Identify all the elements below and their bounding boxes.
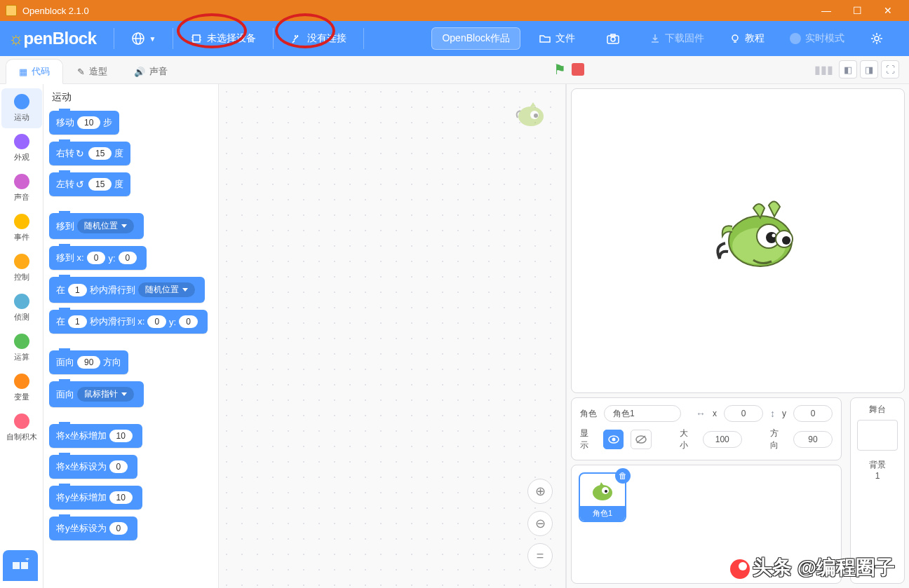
backdrop-count: 1: [856, 471, 898, 481]
sprite-size-input[interactable]: [703, 431, 742, 448]
sprite-direction-input[interactable]: [793, 431, 833, 448]
tab-code[interactable]: ▦ 代码: [6, 59, 63, 84]
folder-icon: [539, 32, 551, 45]
stage-thumbnail[interactable]: [857, 420, 898, 451]
view-small-button[interactable]: ◧: [839, 60, 857, 78]
zoom-out-button[interactable]: ⊖: [527, 511, 553, 536]
y-axis-icon: ↕: [770, 408, 775, 419]
block-set-y[interactable]: 将y坐标设为0: [49, 517, 137, 540]
stage-sprite[interactable]: [711, 196, 809, 275]
sprite-name-input[interactable]: [604, 405, 681, 422]
sprite-y-input[interactable]: [793, 405, 833, 422]
fullscreen-button[interactable]: ⛶: [881, 60, 899, 78]
svg-point-33: [605, 490, 607, 493]
brush-icon: ✎: [77, 67, 85, 77]
language-button[interactable]: ▼: [121, 27, 166, 50]
minimize-button[interactable]: —: [811, 1, 842, 20]
category-events[interactable]: 事件: [1, 208, 42, 248]
svg-rect-18: [21, 562, 28, 569]
connect-button[interactable]: 没有连接: [281, 28, 356, 49]
mode-dot-icon: [790, 33, 801, 44]
block-change-y[interactable]: 将y坐标增加10: [49, 486, 142, 510]
tab-sounds[interactable]: 🔊 声音: [121, 60, 180, 83]
block-glide-menu[interactable]: 在1秒内滑行到随机位置: [49, 277, 205, 303]
block-set-x[interactable]: 将x坐标设为0: [49, 455, 137, 479]
delete-sprite-button[interactable]: 🗑: [615, 468, 631, 484]
svg-point-11: [732, 35, 738, 41]
category-control[interactable]: 控制: [1, 248, 42, 288]
category-operators[interactable]: 运算: [1, 328, 42, 368]
signal-icon: ▮▮▮: [814, 63, 833, 76]
chip-icon: [190, 32, 203, 45]
gear-icon: [870, 32, 884, 46]
block-goto-menu[interactable]: 移到随机位置: [49, 213, 144, 239]
stage-view[interactable]: [571, 88, 905, 393]
project-name-input[interactable]: OpenBlock作品: [431, 27, 520, 50]
green-flag-button[interactable]: ⚑: [553, 61, 566, 78]
zoom-reset-button[interactable]: =: [527, 543, 553, 568]
category-myblocks[interactable]: 自制积木: [1, 408, 42, 448]
show-button[interactable]: [603, 430, 624, 449]
block-palette: 运动 移动10步 右转↻15度 左转↺15度 移到随机位置 移到 x:0y:0 …: [43, 84, 219, 588]
add-extension-button[interactable]: +: [3, 550, 38, 581]
sprite-card[interactable]: 🗑 角色1: [579, 472, 626, 522]
show-label: 显示: [580, 428, 596, 451]
sprite-label: 角色: [580, 408, 597, 420]
sprite-x-input[interactable]: [724, 405, 763, 422]
zoom-in-button[interactable]: ⊕: [527, 479, 553, 504]
select-device-button[interactable]: 未选择设备: [180, 28, 266, 49]
file-menu[interactable]: 文件: [529, 28, 585, 49]
svg-rect-17: [13, 562, 20, 569]
device-label: 未选择设备: [207, 32, 256, 45]
stage-panel-title: 舞台: [856, 404, 898, 416]
direction-label: 方向: [770, 428, 786, 451]
eye-off-icon: [635, 435, 647, 444]
plug-icon: [290, 32, 303, 45]
app-logo: ☼penBlock: [8, 29, 97, 48]
category-variables[interactable]: 变量: [1, 368, 42, 408]
firmware-button[interactable]: 下载固件: [640, 28, 714, 49]
block-move-steps[interactable]: 移动10步: [49, 111, 119, 135]
sound-icon: 🔊: [134, 67, 145, 77]
svg-point-26: [782, 236, 790, 245]
close-button[interactable]: ✕: [873, 1, 903, 20]
backdrop-label: 背景: [856, 459, 898, 471]
connect-label: 没有连接: [307, 32, 346, 45]
category-motion[interactable]: 运动: [1, 88, 42, 128]
svg-point-9: [611, 37, 615, 41]
settings-button[interactable]: [860, 27, 898, 50]
category-looks[interactable]: 外观: [1, 128, 42, 168]
stop-button[interactable]: [572, 63, 584, 76]
sprite-card-name: 角色1: [580, 506, 625, 521]
mode-toggle[interactable]: 实时模式: [780, 28, 854, 49]
svg-point-28: [612, 438, 615, 442]
category-column: 运动 外观 声音 事件 控制 侦测 运算 变量 自制积木: [0, 84, 43, 588]
menu-bar: ☼penBlock ▼ 未选择设备 没有连接 OpenBlock作品 文件 下载…: [0, 21, 909, 56]
block-goto-xy[interactable]: 移到 x:0y:0: [49, 246, 147, 270]
block-change-x[interactable]: 将x坐标增加10: [49, 424, 142, 448]
category-sound[interactable]: 声音: [1, 168, 42, 208]
globe-icon: [131, 32, 145, 46]
svg-rect-3: [193, 35, 200, 42]
firmware-label: 下载固件: [665, 32, 704, 45]
watermark-icon: [730, 559, 750, 579]
window-title: Openblock 2.1.0: [22, 6, 89, 16]
camera-icon: [606, 32, 620, 45]
hide-button[interactable]: [631, 430, 651, 449]
mode-label: 实时模式: [805, 32, 844, 45]
category-sensing[interactable]: 侦测: [1, 288, 42, 328]
maximize-button[interactable]: ☐: [842, 1, 873, 20]
block-point-direction[interactable]: 面向90方向: [49, 350, 128, 374]
script-workspace[interactable]: ⊕ ⊖ =: [219, 84, 565, 588]
block-turn-left[interactable]: 左转↺15度: [49, 172, 130, 196]
view-large-button[interactable]: ◨: [860, 60, 878, 78]
block-turn-right[interactable]: 右转↻15度: [49, 142, 130, 165]
screenshot-button[interactable]: [596, 28, 634, 49]
tutorial-label: 教程: [745, 32, 765, 45]
ccw-icon: ↺: [76, 179, 84, 190]
bulb-icon: [729, 33, 741, 44]
block-point-towards[interactable]: 面向鼠标指针: [49, 381, 144, 407]
block-glide-xy[interactable]: 在1秒内滑行到 x:0y:0: [49, 310, 208, 334]
tab-costumes[interactable]: ✎ 造型: [65, 60, 120, 83]
tutorial-button[interactable]: 教程: [720, 28, 774, 49]
